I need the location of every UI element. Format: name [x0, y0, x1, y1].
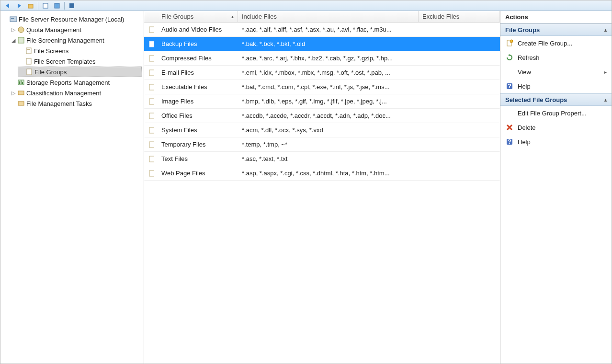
table-row[interactable]: Temporary Files*.temp, *.tmp, ~*: [144, 137, 500, 152]
column-headers: File Groups▴ Include Files Exclude Files: [144, 11, 500, 23]
file-icon: [25, 68, 34, 76]
table-row[interactable]: Office Files*.accdb, *.accde, *.accdr, *…: [144, 109, 500, 123]
table-row[interactable]: E-mail Files*.eml, *.idx, *.mbox, *.mbx,…: [144, 66, 500, 80]
help-icon: ?: [505, 82, 514, 91]
classification-icon: [17, 89, 25, 97]
row-icon: [144, 170, 158, 177]
svg-point-8: [18, 27, 24, 33]
cell-include: *.acm, *.dll, *.ocx, *.sys, *.vxd: [238, 126, 419, 134]
table-row[interactable]: Compressed Files*.ace, *.arc, *.arj, *.b…: [144, 51, 500, 66]
table-row[interactable]: Web Page Files*.asp, *.aspx, *.cgi, *.cs…: [144, 166, 500, 181]
tree-label: File Screening Management: [26, 37, 104, 44]
app-window: File Server Resource Manager (Local) ▷ Q…: [0, 0, 612, 364]
table-row[interactable]: Text Files*.asc, *.text, *.txt: [144, 152, 500, 166]
main-content: File Server Resource Manager (Local) ▷ Q…: [0, 11, 612, 364]
svg-rect-28: [149, 142, 154, 148]
action-delete[interactable]: Delete: [500, 120, 612, 135]
cell-include: *.asp, *.aspx, *.cgi, *.css, *.dhtml, *.…: [238, 170, 419, 177]
file-icon: [24, 57, 33, 66]
row-icon: [144, 69, 158, 77]
refresh-button[interactable]: [41, 1, 50, 10]
section-label: Selected File Groups: [505, 96, 567, 103]
tree-templates[interactable]: File Screen Templates: [18, 56, 142, 67]
cell-include: *.accdb, *.accde, *.accdr, *.accdt, *.ad…: [238, 112, 419, 119]
section-file-groups[interactable]: File Groups ▴: [500, 23, 612, 36]
svg-rect-26: [149, 113, 154, 119]
row-icon: [144, 55, 158, 62]
help-icon: ?: [505, 137, 514, 146]
quota-icon: [17, 25, 25, 34]
tree-label: File Screen Templates: [34, 58, 95, 65]
expander-icon[interactable]: ◢: [10, 37, 17, 44]
svg-rect-3: [43, 3, 48, 8]
col-icon[interactable]: [144, 11, 158, 22]
action-label: Delete: [518, 124, 536, 131]
help-button[interactable]: [68, 1, 76, 10]
svg-text:?: ?: [508, 138, 511, 145]
spacer: [505, 68, 514, 76]
tree-screening[interactable]: ◢ File Screening Management: [10, 35, 142, 46]
up-button[interactable]: [26, 1, 35, 10]
action-refresh[interactable]: Refresh: [500, 50, 612, 65]
action-edit-properties[interactable]: Edit File Group Propert...: [500, 106, 612, 120]
submenu-icon: ▸: [604, 69, 607, 75]
cell-name: Text Files: [158, 155, 238, 162]
action-help-2[interactable]: ? Help: [500, 135, 612, 149]
section-selected[interactable]: Selected File Groups ▴: [500, 93, 612, 106]
new-file-icon: [505, 39, 514, 47]
cell-name: System Files: [158, 126, 238, 134]
tree-classification[interactable]: ▷ Classification Management: [10, 88, 142, 98]
collapse-icon[interactable]: ▴: [604, 27, 607, 33]
action-label: Help: [518, 83, 531, 90]
table-row[interactable]: Executable Files*.bat, *.cmd, *.com, *.c…: [144, 80, 500, 94]
svg-rect-2: [28, 4, 33, 8]
svg-rect-30: [149, 171, 154, 176]
row-icon: [144, 26, 158, 34]
svg-marker-0: [6, 3, 9, 8]
refresh-icon: [505, 53, 514, 62]
tree-groups[interactable]: File Groups: [18, 67, 142, 77]
expander-icon[interactable]: ▷: [10, 27, 17, 33]
table-row[interactable]: System Files*.acm, *.dll, *.ocx, *.sys, …: [144, 123, 500, 137]
svg-text:?: ?: [508, 82, 511, 90]
action-help[interactable]: ? Help: [500, 79, 612, 93]
expander-icon[interactable]: ▷: [10, 90, 17, 96]
col-include[interactable]: Include Files: [238, 11, 419, 22]
back-button[interactable]: [3, 1, 12, 10]
svg-rect-11: [27, 49, 30, 50]
tree-label: File Management Tasks: [26, 100, 92, 107]
svg-rect-9: [18, 37, 24, 43]
tree-reports[interactable]: Storage Reports Management: [10, 77, 142, 88]
svg-rect-16: [21, 80, 22, 84]
svg-rect-7: [11, 18, 14, 19]
table-row[interactable]: Audio and Video Files*.aac, *.aif, *.aif…: [144, 23, 500, 37]
cell-include: *.eml, *.idx, *.mbox, *.mbx, *.msg, *.of…: [238, 69, 419, 76]
forward-button[interactable]: [15, 1, 23, 10]
svg-rect-10: [26, 48, 31, 54]
tree-screens[interactable]: File Screens: [18, 46, 142, 56]
actions-title: Actions: [500, 11, 612, 23]
list-body: Audio and Video Files*.aac, *.aif, *.aif…: [144, 23, 500, 364]
action-label: View: [518, 68, 531, 76]
cell-name: Temporary Files: [158, 141, 238, 148]
tree-tasks[interactable]: File Management Tasks: [10, 98, 142, 109]
row-icon: [144, 126, 158, 134]
svg-point-32: [510, 40, 513, 43]
col-exclude[interactable]: Exclude Files: [419, 11, 500, 22]
action-create-file-group[interactable]: Create File Group...: [500, 36, 612, 50]
tree-root[interactable]: File Server Resource Manager (Local): [2, 14, 142, 24]
action-view[interactable]: View ▸: [500, 65, 612, 79]
cell-include: *.aac, *.aif, *.aiff, *.asf, *.asx, *.au…: [238, 26, 419, 33]
tree-quota[interactable]: ▷ Quota Management: [10, 24, 142, 35]
svg-rect-5: [69, 3, 74, 8]
svg-rect-20: [149, 27, 154, 33]
col-file-groups[interactable]: File Groups▴: [158, 11, 238, 22]
svg-rect-17: [22, 82, 23, 84]
collapse-icon[interactable]: ▴: [604, 97, 607, 102]
cell-name: Audio and Video Files: [158, 26, 238, 33]
server-icon: [9, 15, 18, 23]
table-row[interactable]: Backup Files*.bak, *.bck, *.bkf, *.old: [144, 37, 500, 51]
table-row[interactable]: Image Files*.bmp, *.dib, *.eps, *.gif, *…: [144, 94, 500, 109]
properties-button[interactable]: [53, 1, 61, 10]
action-label: Refresh: [518, 54, 540, 61]
